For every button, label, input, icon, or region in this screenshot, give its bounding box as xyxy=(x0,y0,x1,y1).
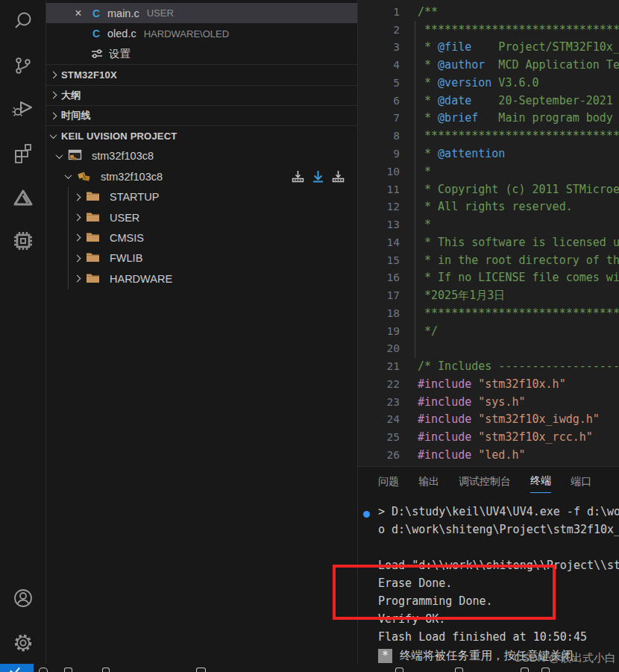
code-line-18: 18 *************************************… xyxy=(358,304,619,322)
open-editor-item-oled.c[interactable]: ×Coled.cHARDWARE\OLED xyxy=(46,23,357,43)
tree-indent-guide xyxy=(68,187,69,289)
code-line-11: 11 * Copyright (c) 2011 STMicroelectroni… xyxy=(358,180,619,198)
panel-tab-输出[interactable]: 输出 xyxy=(418,469,439,493)
account-icon[interactable] xyxy=(12,587,34,609)
chevron-right-icon xyxy=(74,234,81,242)
terminal-line: o d:\work\shiteng\Project\stm32f10x_Proj… xyxy=(358,523,619,541)
source-control-icon[interactable] xyxy=(12,54,34,77)
code-text: /** xyxy=(400,5,438,19)
section-label: STM32F10X xyxy=(61,69,117,81)
status-icon-fragment xyxy=(64,668,72,672)
rebuild-button[interactable] xyxy=(331,169,345,183)
line-number: 11 xyxy=(358,183,400,195)
tree-row-actions xyxy=(291,166,345,186)
line-number: 17 xyxy=(358,289,400,301)
code-text: ****************************************… xyxy=(400,129,619,142)
bottom-panel: 问题输出调试控制台终端端口 > D:\study\keil\UV4\UV4.ex… xyxy=(358,466,619,664)
code-line-4: 4 * @author MCD Application Team xyxy=(358,56,619,74)
open-editor-item-main.c[interactable]: ×Cmain.cUSER xyxy=(46,3,357,23)
code-line-12: 12 * All rights reserved. xyxy=(358,198,619,216)
tree-row-fwlib[interactable]: FWLIB xyxy=(46,248,357,269)
close-icon[interactable]: × xyxy=(72,7,84,19)
tree-row-hardware[interactable]: HARDWARE xyxy=(46,269,357,289)
status-icon-fragment xyxy=(455,668,463,672)
panel-tab-端口[interactable]: 端口 xyxy=(571,469,591,493)
line-number: 3 xyxy=(358,41,400,53)
code-text: * @version V3.6.0 xyxy=(400,76,539,90)
file-label: 设置 xyxy=(109,47,131,61)
code-line-10: 10 * xyxy=(358,163,619,180)
line-number: 16 xyxy=(358,271,400,283)
code-line-19: 19 */ xyxy=(358,322,619,340)
chevron-right-icon xyxy=(50,112,57,119)
run-debug-icon[interactable] xyxy=(12,97,34,119)
code-text: #include "led.h" xyxy=(400,448,526,462)
line-number: 25 xyxy=(358,431,400,443)
line-number: 6 xyxy=(358,95,400,107)
code-text: * If no LICENSE file comes with this sof… xyxy=(400,271,619,284)
line-number: 8 xyxy=(358,130,400,142)
terminal-line: Load "d:\\work\\shiteng\\Project\\stm32f… xyxy=(358,559,619,577)
uvision-project-icon xyxy=(68,149,81,163)
embedded-chip-icon[interactable] xyxy=(12,230,34,252)
keil-assistant-icon[interactable] xyxy=(12,186,34,209)
code-text: * @attention xyxy=(400,147,505,160)
line-number: 15 xyxy=(358,254,400,266)
chevron-right-icon xyxy=(74,254,81,262)
code-editor[interactable]: 1/**2 **********************************… xyxy=(358,0,619,466)
section-label: KEIL UVISION PROJECT xyxy=(61,131,177,142)
code-text: * xyxy=(400,165,431,178)
code-text: * xyxy=(400,218,431,231)
command-decoration-dot xyxy=(363,511,370,518)
build-button[interactable] xyxy=(291,169,305,183)
panel-tab-调试控制台[interactable]: 调试控制台 xyxy=(459,469,511,493)
sidebar: ×Cmain.cUSER×Coled.cHARDWARE\OLED×设置 STM… xyxy=(46,0,358,664)
extensions-icon[interactable] xyxy=(12,142,34,164)
status-icon-fragment xyxy=(521,668,529,672)
open-editor-item-设置[interactable]: ×设置 xyxy=(46,44,357,64)
status-icon-fragment xyxy=(395,668,403,672)
chevron-down-icon xyxy=(65,172,72,179)
project-tree: stm32f103c8stm32f103c8STARTUPUSERCMSISFW… xyxy=(46,146,357,289)
code-line-20: 20 xyxy=(358,340,619,358)
code-text: #include "stm32f10x.h" xyxy=(400,377,566,391)
folder-icon xyxy=(86,211,99,224)
folder-icon xyxy=(86,272,99,286)
settings-gear-icon[interactable] xyxy=(12,632,34,654)
code-text: #include "stm32f10x_iwdg.h" xyxy=(400,412,600,426)
remote-indicator[interactable] xyxy=(0,664,34,672)
code-line-15: 15 * in the root directory of this softw… xyxy=(358,251,619,269)
code-text: * @date 20-September-2021 xyxy=(400,94,613,107)
code-line-22: 22#include "stm32f10x.h" xyxy=(358,375,619,393)
tree-item-label: HARDWARE xyxy=(110,273,172,285)
code-line-17: 17 *2025年1月3日 xyxy=(358,286,619,304)
tree-row-stm32f103c8[interactable]: stm32f103c8 xyxy=(46,146,357,166)
terminal-line xyxy=(358,541,619,559)
line-number: 14 xyxy=(358,236,400,248)
panel-tab-问题[interactable]: 问题 xyxy=(378,469,399,493)
tree-row-startup[interactable]: STARTUP xyxy=(46,187,357,207)
code-text: ****************************************… xyxy=(400,23,619,37)
tree-row-cmsis[interactable]: CMSIS xyxy=(46,227,357,248)
chevron-right-icon xyxy=(74,275,81,283)
status-icon-fragment xyxy=(102,668,110,672)
tree-row-stm32f103c8[interactable]: stm32f103c8 xyxy=(46,166,357,186)
code-text: ****************************************… xyxy=(400,307,619,320)
tree-item-label: CMSIS xyxy=(110,232,144,244)
tree-row-user[interactable]: USER xyxy=(46,207,357,227)
search-icon[interactable] xyxy=(12,10,34,32)
terminal-line: Programming Done. xyxy=(358,594,619,612)
terminal-output[interactable]: > D:\study\keil\UV4\UV4.exe -f d:\work\s… xyxy=(358,494,619,664)
editor-and-panel-column: 1/**2 **********************************… xyxy=(358,0,619,664)
settings-sliders-icon xyxy=(90,47,104,60)
section-header-KEIL UVISION PROJECT[interactable]: KEIL UVISION PROJECT xyxy=(46,125,357,145)
section-header-STM32F10X[interactable]: STM32F10X xyxy=(46,64,357,84)
code-line-8: 8 **************************************… xyxy=(358,127,619,145)
download-button[interactable] xyxy=(311,169,325,183)
code-line-26: 26#include "led.h" xyxy=(358,446,619,464)
line-number: 9 xyxy=(358,148,400,160)
panel-tab-终端[interactable]: 终端 xyxy=(530,468,551,493)
section-header-大纲[interactable]: 大纲 xyxy=(46,85,357,105)
chevron-right-icon xyxy=(74,193,81,201)
section-header-时间线[interactable]: 时间线 xyxy=(46,105,357,125)
